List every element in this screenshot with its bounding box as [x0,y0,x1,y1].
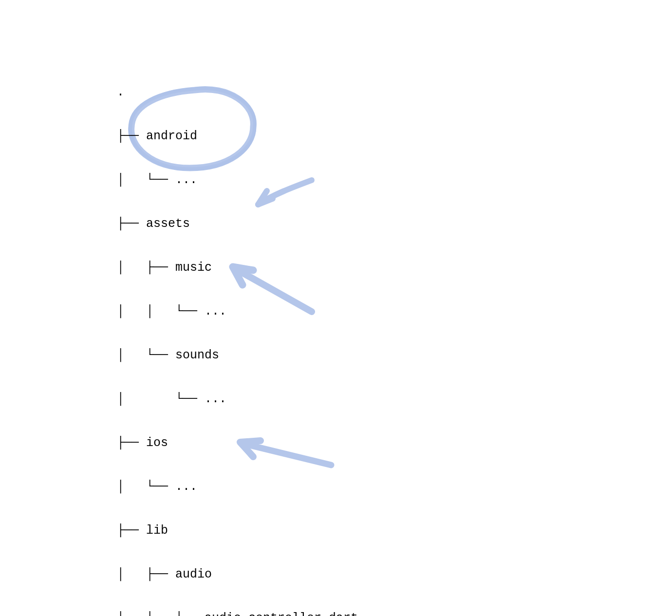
tree-line: │ ├── music [117,261,358,275]
tree-line: │ └── ... [117,480,358,494]
tree-root: . [117,85,358,100]
file-tree: . ├── android │ └── ... ├── assets │ ├──… [117,56,358,616]
tree-line: │ ├── audio [117,567,358,582]
tree-line: │ └── sounds [117,348,358,363]
tree-line: ├── lib [117,523,358,538]
tree-line: │ │ └── audio_controller.dart [117,611,358,616]
tree-line: ├── android [117,129,358,144]
tree-line: ├── assets [117,217,358,231]
tree-line: │ └── ... [117,392,358,407]
tree-line: ├── ios [117,436,358,450]
tree-line: │ └── ... [117,173,358,187]
tree-line: │ │ └── ... [117,304,358,319]
